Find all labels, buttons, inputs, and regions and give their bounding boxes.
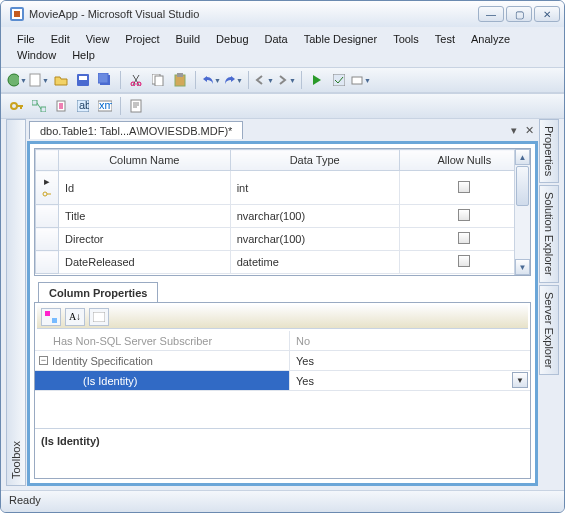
close-button[interactable]: ✕ [534, 6, 560, 22]
cut-icon[interactable] [126, 70, 146, 90]
title-bar[interactable]: MovieApp - Microsoft Visual Studio — ▢ ✕ [1, 1, 564, 27]
cell-type[interactable]: nvarchar(100) [230, 228, 399, 251]
document-tab[interactable]: dbo.Table1: Tabl...A\MOVIESDB.MDF)* [29, 121, 243, 139]
generate-script-icon[interactable] [126, 96, 146, 116]
menu-file[interactable]: File [9, 31, 43, 47]
paste-icon[interactable] [170, 70, 190, 90]
cell-name[interactable]: Id [59, 171, 231, 205]
col-header-type[interactable]: Data Type [230, 150, 399, 171]
start-debug-icon[interactable] [307, 70, 327, 90]
cell-type[interactable]: nvarchar(100) [230, 205, 399, 228]
minimize-button[interactable]: — [478, 6, 504, 22]
cell-type[interactable]: datetime [230, 251, 399, 274]
cell-name[interactable]: DateReleased [59, 251, 231, 274]
document-area: dbo.Table1: Tabl...A\MOVIESDB.MDF)* ▾ ✕ … [27, 119, 538, 486]
collapse-icon[interactable]: − [39, 356, 48, 365]
cell-name[interactable]: Director [59, 228, 231, 251]
undo-icon[interactable]: ▼ [201, 70, 221, 90]
property-row[interactable]: −Identity Specification Yes [35, 351, 530, 371]
menu-table-designer[interactable]: Table Designer [296, 31, 385, 47]
key-icon[interactable] [7, 96, 27, 116]
checkbox-icon[interactable] [458, 209, 470, 221]
table-row[interactable]: DateReleased datetime [36, 251, 530, 274]
new-file-icon[interactable]: ▼ [29, 70, 49, 90]
menu-build[interactable]: Build [168, 31, 208, 47]
solution-explorer-label: Solution Explorer [543, 192, 555, 276]
menu-window[interactable]: Window [9, 47, 64, 63]
checkbox-icon[interactable] [458, 181, 470, 193]
vertical-scrollbar[interactable]: ▲ ▼ [514, 149, 530, 275]
save-icon[interactable] [73, 70, 93, 90]
menu-analyze[interactable]: Analyze [463, 31, 518, 47]
indexes-icon[interactable] [51, 96, 71, 116]
property-value[interactable]: Yes [290, 351, 530, 370]
table-row[interactable]: Title nvarchar(100) [36, 205, 530, 228]
property-row[interactable]: Has Non-SQL Server Subscriber No [35, 331, 530, 351]
row-selector[interactable] [36, 205, 59, 228]
check-constraint-icon[interactable]: ab [73, 96, 93, 116]
menu-help[interactable]: Help [64, 47, 103, 63]
menu-edit[interactable]: Edit [43, 31, 78, 47]
scroll-up-icon[interactable]: ▲ [515, 149, 530, 165]
column-properties-tab[interactable]: Column Properties [38, 282, 158, 303]
columns-grid: Column Name Data Type Allow Nulls ▸ Id i… [34, 148, 531, 276]
categorized-icon[interactable] [41, 308, 61, 326]
tab-close-icon[interactable]: ✕ [521, 124, 538, 137]
nav-fwd-icon[interactable]: ▼ [276, 70, 296, 90]
description-title: (Is Identity) [41, 435, 524, 447]
save-all-icon[interactable] [95, 70, 115, 90]
cell-name[interactable]: Title [59, 205, 231, 228]
nav-back-icon[interactable]: ▼ [254, 70, 274, 90]
property-value: No [290, 331, 530, 350]
col-header-name[interactable]: Column Name [59, 150, 231, 171]
alphabetical-icon[interactable]: A↓ [65, 308, 85, 326]
col-header-nulls[interactable]: Allow Nulls [399, 150, 529, 171]
toolbox-tab[interactable]: Toolbox [6, 119, 26, 486]
redo-icon[interactable]: ▼ [223, 70, 243, 90]
solution-explorer-tab[interactable]: Solution Explorer [539, 185, 559, 283]
properties-window-tab[interactable]: Properties [539, 119, 559, 183]
menu-test[interactable]: Test [427, 31, 463, 47]
checkbox-icon[interactable] [458, 255, 470, 267]
maximize-button[interactable]: ▢ [506, 6, 532, 22]
row-selector-pk[interactable]: ▸ [36, 171, 59, 205]
row-selector[interactable] [36, 251, 59, 274]
server-explorer-tab[interactable]: Server Explorer [539, 285, 559, 375]
svg-rect-19 [41, 107, 46, 112]
new-project-icon[interactable]: ▼ [7, 70, 27, 90]
property-value[interactable]: Yes▼ [290, 371, 530, 390]
xml-index-icon[interactable]: xml [95, 96, 115, 116]
column-properties-label: Column Properties [49, 287, 147, 299]
cell-nulls[interactable] [399, 228, 529, 251]
cell-nulls[interactable] [399, 205, 529, 228]
cell-type[interactable]: int [230, 171, 399, 205]
table-row[interactable]: Director nvarchar(100) [36, 228, 530, 251]
row-selector[interactable] [36, 228, 59, 251]
checkbox-icon[interactable] [458, 232, 470, 244]
browse-icon[interactable] [329, 70, 349, 90]
relationships-icon[interactable] [29, 96, 49, 116]
table-row[interactable]: ▸ Id int [36, 171, 530, 205]
open-icon[interactable] [51, 70, 71, 90]
tab-dropdown-icon[interactable]: ▾ [507, 124, 521, 137]
find-icon[interactable]: ▼ [351, 70, 371, 90]
copy-icon[interactable] [148, 70, 168, 90]
cell-nulls[interactable] [399, 251, 529, 274]
svg-rect-2 [14, 11, 20, 17]
menu-debug[interactable]: Debug [208, 31, 256, 47]
dropdown-button-icon[interactable]: ▼ [512, 372, 528, 388]
property-row-selected[interactable]: (Is Identity) Yes▼ [35, 371, 530, 391]
svg-rect-25 [131, 100, 141, 112]
property-pages-icon[interactable] [89, 308, 109, 326]
cell-nulls[interactable] [399, 171, 529, 205]
menu-view[interactable]: View [78, 31, 118, 47]
menu-project[interactable]: Project [117, 31, 167, 47]
svg-point-17 [11, 103, 17, 109]
table-designer: Column Name Data Type Allow Nulls ▸ Id i… [27, 141, 538, 486]
svg-rect-14 [177, 73, 183, 77]
svg-rect-12 [155, 76, 163, 86]
scroll-thumb[interactable] [516, 166, 529, 206]
menu-data[interactable]: Data [257, 31, 296, 47]
menu-tools[interactable]: Tools [385, 31, 427, 47]
scroll-down-icon[interactable]: ▼ [515, 259, 530, 275]
